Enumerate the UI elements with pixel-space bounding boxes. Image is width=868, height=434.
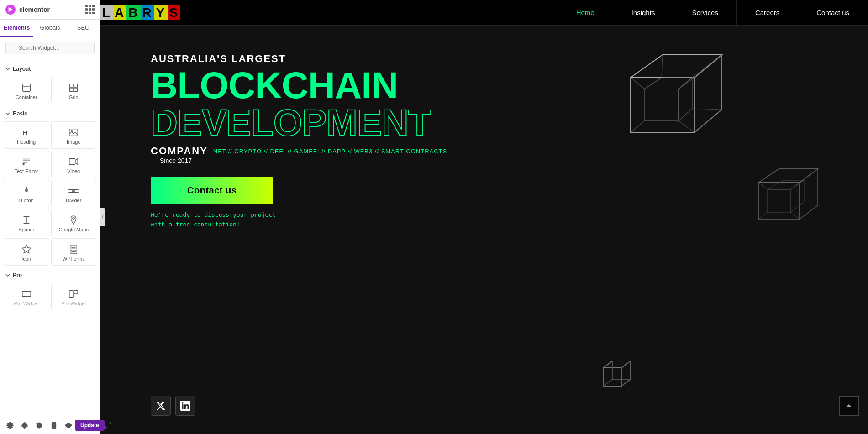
hero-since: Since 2017 [160,157,192,164]
widget-pro-2-label: Pro Widget [61,301,86,306]
widget-container-label: Container [16,94,37,100]
widget-text-editor-label: Text Editor [15,168,38,174]
svg-rect-25 [70,245,77,253]
basic-section-header[interactable]: Basic [0,108,100,120]
logo-letter-a: A [113,5,126,20]
contact-us-button[interactable]: Contact us [151,177,273,204]
search-input[interactable] [5,42,95,54]
site-nav: L A B R Y S Home Insights Services Caree… [100,0,868,26]
nav-link-contact[interactable]: Contact us [798,0,868,26]
hero-cta-line1: We're ready to discuss your project [151,211,276,218]
widget-grid[interactable]: Grid [51,77,97,104]
svg-text:H: H [23,129,28,136]
svg-marker-60 [790,180,804,212]
svg-line-50 [679,121,694,132]
left-panel: elementor Elements Globals SEO Layout Co… [0,0,100,434]
svg-line-64 [758,212,768,219]
layout-section-header[interactable]: Layout [0,63,100,75]
update-button[interactable]: Update [75,420,105,431]
hero-title-blockchain: BLOCKCHAIN [151,67,470,104]
tab-seo[interactable]: SEO [67,20,100,37]
cube-tiny-decoration [594,352,640,397]
svg-marker-45 [644,89,679,121]
toolbar-responsive-icon[interactable] [47,419,60,432]
widget-video-label: Video [67,168,80,174]
search-bar [0,37,100,59]
widget-video[interactable]: Video [51,151,97,178]
widget-pro-1-label: Pro Widget [14,301,39,306]
svg-point-23 [73,217,75,220]
nav-link-home[interactable]: Home [558,0,613,26]
svg-marker-24 [22,245,31,253]
svg-point-19 [26,187,27,189]
main-canvas: L A B R Y S Home Insights Services Caree… [100,0,868,434]
widget-pro-1[interactable]: Pro Widget [4,283,49,310]
svg-line-63 [790,212,800,219]
widget-image[interactable]: Image [51,121,97,149]
tab-elements[interactable]: Elements [0,20,33,37]
widget-text-editor[interactable]: Text Editor [4,151,49,178]
widget-button[interactable]: Button [4,180,49,207]
svg-marker-17 [75,159,78,165]
svg-rect-32 [74,291,78,293]
panel-title: elementor [19,6,82,13]
logo-letter-l: L [100,5,113,20]
pro-widget-grid: Pro Widget Pro Widget [0,281,100,312]
widget-google-maps-label: Google Maps [59,227,89,232]
nav-link-services[interactable]: Services [673,0,737,26]
svg-marker-44 [694,55,722,132]
toolbar-layers-icon[interactable] [18,419,31,432]
hamburger-grid-icon[interactable] [85,5,95,14]
linkedin-social-icon[interactable] [175,396,195,416]
logo-letter-b: B [126,5,140,20]
svg-line-61 [758,183,768,189]
toolbar-preview-icon[interactable] [62,419,75,432]
nav-link-careers[interactable]: Careers [737,0,798,26]
widget-heading[interactable]: H Heading [4,121,49,149]
panel-collapse-handle[interactable] [100,208,105,226]
svg-line-52 [662,55,663,78]
basic-section-label: Basic [13,110,27,117]
logo-letter-r: R [141,5,154,20]
widget-icon[interactable]: Icon [4,238,49,266]
pro-section-header[interactable]: Pro [0,269,100,281]
svg-point-11 [71,130,73,132]
toolbar-expand-icon[interactable] [105,419,112,432]
widget-spacer[interactable]: Spacer [4,209,49,236]
widget-divider[interactable]: Divider [51,180,97,207]
svg-marker-0 [9,7,13,12]
toolbar-history-icon[interactable] [33,419,46,432]
toolbar-settings-icon[interactable] [4,419,16,432]
svg-line-53 [692,55,722,78]
twitter-social-icon[interactable] [151,396,171,416]
svg-rect-31 [69,291,73,298]
widget-wpforms-label: WPForms [63,256,85,261]
hero-cta-line2: with a free consultation! [151,221,240,228]
widget-pro-2[interactable]: Pro Widget [51,283,97,310]
logo-letter-y: Y [154,5,168,20]
svg-line-54 [692,109,722,110]
hero-company: COMPANY [151,145,208,157]
cube-small-decoration [740,151,831,242]
divider-icon [68,186,79,196]
widget-wpforms[interactable]: WPForms [51,238,97,266]
nav-link-insights[interactable]: Insights [613,0,674,26]
panel-content: Layout Container Grid Basic H Heading [0,59,100,416]
widget-image-label: Image [67,139,81,145]
social-icons [151,396,195,416]
svg-marker-67 [621,361,631,386]
layout-widget-grid: Container Grid [0,75,100,106]
svg-rect-16 [69,159,75,165]
hero-text: AUSTRALIA'S LARGEST BLOCKCHAIN DEVELOPME… [151,53,470,230]
widget-google-maps[interactable]: Google Maps [51,209,97,236]
widget-grid-label: Grid [69,94,79,100]
scroll-to-top-button[interactable] [839,396,859,416]
widget-container[interactable]: Container [4,77,49,104]
svg-rect-29 [22,292,31,297]
svg-marker-58 [768,189,790,212]
svg-rect-28 [72,250,76,252]
logo-letter-s: S [168,5,181,20]
basic-widget-grid: H Heading Image Text Editor Video Button [0,120,100,267]
tab-globals[interactable]: Globals [33,20,67,37]
svg-line-62 [790,183,800,189]
